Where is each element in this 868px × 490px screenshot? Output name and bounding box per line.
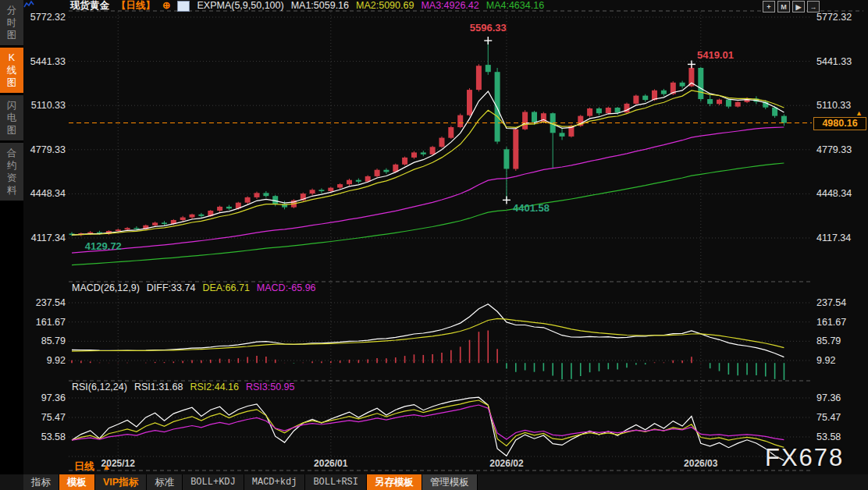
period-tag[interactable]: 【日线】 xyxy=(116,0,155,12)
axis-label: 161.67 xyxy=(27,317,66,328)
macd-dea-value: DEA:66.71 xyxy=(202,282,249,293)
ma1-value: MA1:5059.16 xyxy=(291,0,349,12)
toolbar-item-boll-rsi[interactable]: BOLL+RSI xyxy=(305,474,367,490)
rsi-formula: RSI(6,12,24) xyxy=(72,382,127,392)
sidebar-tab-time-chart[interactable]: 分 时 图 xyxy=(0,0,23,45)
axis-label: 5110.33 xyxy=(27,100,66,111)
add-indicator-icon[interactable]: ⊕ xyxy=(162,0,170,12)
axis-label: 4779.33 xyxy=(816,144,852,155)
price-annotation-high: 5596.33 xyxy=(457,22,519,34)
sidebar-tab-contract-info[interactable]: 合 约 资 料 xyxy=(0,143,23,201)
price-annotation-high: 5419.01 xyxy=(697,49,734,61)
rsi3-value: RSI3:50.95 xyxy=(246,382,295,392)
period-selector-label: 日线 xyxy=(74,460,94,472)
axis-label: 237.54 xyxy=(27,297,66,308)
toolbar-item-indicator[interactable]: 指标 xyxy=(23,474,59,490)
chevron-up-icon: ▲ xyxy=(102,462,111,471)
watermark: FX678 xyxy=(765,444,844,472)
indicator-window-icon[interactable]: M xyxy=(777,1,790,12)
toolbar-item-save-template[interactable]: 另存模板 xyxy=(367,474,422,490)
toolbar-item-macd-kdj[interactable]: MACD+kdj xyxy=(244,474,306,490)
axis-label: 85.79 xyxy=(816,336,841,346)
axis-label: 237.54 xyxy=(816,297,846,308)
axis-label: 53.58 xyxy=(816,431,841,442)
macd-diff-value: DIFF:33.74 xyxy=(147,282,196,293)
axis-label: 5772.32 xyxy=(27,12,66,23)
sidebar-tab-flash-chart[interactable]: 闪 电 图 xyxy=(0,95,23,140)
macd-formula: MACD(26,12,9) xyxy=(72,282,140,293)
macd-value: MACD:-65.96 xyxy=(257,282,316,293)
axis-label: 5441.33 xyxy=(816,56,852,67)
macd-legend: MACD(26,12,9)DIFF:33.74DEA:66.71MACD:-65… xyxy=(72,282,323,293)
date-label: 2026/01 xyxy=(304,458,358,469)
axis-label: 9.92 xyxy=(27,355,66,366)
axis-label: 4117.34 xyxy=(27,233,66,243)
period-selector[interactable]: 日线▲ xyxy=(74,460,111,474)
price-annotation-low: 4129.72 xyxy=(85,240,122,252)
ma3-value: MA3:4926.42 xyxy=(421,0,478,12)
axis-label: 4117.34 xyxy=(816,233,851,243)
rsi-legend: RSI(6,12,24)RSI1:31.68RSI2:44.16RSI3:50.… xyxy=(72,382,302,392)
toolbar-item-template[interactable]: 模板 xyxy=(59,474,95,490)
chart-app: 现货黄金 【日线】 ⊕ EXPMA(5,9,50,100) MA1:5059.1… xyxy=(0,0,868,490)
date-label: 2026/02 xyxy=(479,458,534,469)
axis-label: 75.47 xyxy=(27,412,66,423)
mini-chart-icon xyxy=(177,1,190,12)
rsi2-value: RSI2:44.16 xyxy=(190,382,239,392)
axis-label: 5110.33 xyxy=(816,100,851,111)
axis-label: 4448.34 xyxy=(816,188,852,199)
axis-label: 161.67 xyxy=(816,317,846,328)
sidebar-tab-kline[interactable]: K 线 图 xyxy=(0,48,23,93)
axis-label: 97.36 xyxy=(27,392,66,403)
sidebar: 分 时 图K 线 图闪 电 图合 约 资 料 xyxy=(0,0,23,490)
axis-label: 5772.32 xyxy=(816,12,852,23)
axis-label: 85.79 xyxy=(27,336,66,346)
current-price-arrow: ▲ xyxy=(856,109,863,117)
date-label: 2026/03 xyxy=(674,458,728,469)
expma-formula: EXPMA(5,9,50,100) xyxy=(197,0,283,12)
axis-label: 9.92 xyxy=(816,355,835,366)
window-icons: +M▶→ xyxy=(763,1,820,12)
axis-label: 4779.33 xyxy=(27,144,66,155)
top-bar: 现货黄金 【日线】 ⊕ EXPMA(5,9,50,100) MA1:5059.1… xyxy=(23,0,796,12)
ma4-value: MA4:4634.16 xyxy=(486,0,544,12)
axis-label: 53.58 xyxy=(27,431,66,442)
toolbar-item-boll-kdj[interactable]: BOLL+KDJ xyxy=(183,474,244,490)
axis-label: 5441.33 xyxy=(27,56,66,67)
crosshair-icon[interactable]: + xyxy=(763,1,775,12)
rsi1-value: RSI1:31.68 xyxy=(134,382,183,392)
ma2-value: MA2:5090.69 xyxy=(356,0,414,12)
toolbar-item-vip-indicator[interactable]: VIP指标 xyxy=(95,474,147,490)
price-annotation-low: 4401.58 xyxy=(513,202,550,214)
toolbar-item-manage-template[interactable]: 管理模板 xyxy=(422,474,478,490)
axis-label: 97.36 xyxy=(816,392,841,403)
symbol-title: 现货黄金 xyxy=(70,0,109,12)
axis-label: 75.47 xyxy=(816,412,841,423)
bottom-toolbar: 指标模板VIP指标标准BOLL+KDJMACD+kdjBOLL+RSI另存模板管… xyxy=(23,474,478,490)
toolbar-item-standard[interactable]: 标准 xyxy=(147,474,183,490)
current-price-label: 4980.16 xyxy=(813,117,866,130)
axis-label: 4448.34 xyxy=(27,188,66,199)
zoom-window-icon[interactable]: ▶ xyxy=(792,1,805,12)
chart-canvas[interactable] xyxy=(0,0,868,490)
exit-icon[interactable]: → xyxy=(807,1,820,12)
